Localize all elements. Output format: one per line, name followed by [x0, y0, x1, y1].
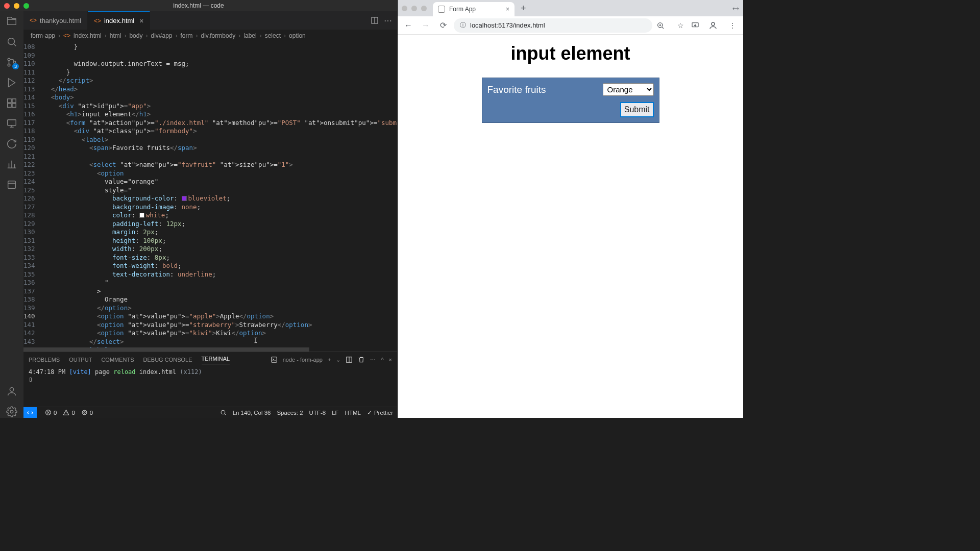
- crumb[interactable]: form-app: [31, 32, 55, 39]
- svg-point-18: [221, 410, 225, 414]
- code-area[interactable]: } window.output.innerText = msg; } </scr…: [43, 42, 397, 347]
- vscode-titlebar: index.html — code: [0, 0, 397, 11]
- profile-icon[interactable]: [708, 21, 722, 30]
- status-bar: 0 0 0 Ln 140, Col 36 Spaces: 2 UTF-8 LF: [23, 407, 397, 418]
- more-actions-icon[interactable]: ⋯: [384, 16, 392, 26]
- forward-button[interactable]: →: [419, 21, 432, 30]
- browser-tabbar: Form App × + ⤢: [398, 0, 743, 16]
- status-encoding[interactable]: UTF-8: [309, 410, 326, 416]
- status-find-icon[interactable]: [220, 409, 227, 416]
- tab-label: thankyou.html: [40, 17, 81, 24]
- url-text: localhost:5173/index.html: [470, 21, 545, 29]
- reload-button[interactable]: ⟳: [436, 20, 450, 30]
- code-editor[interactable]: 1081091101111121131141151161171181191201…: [23, 42, 397, 347]
- horizontal-scrollbar[interactable]: [23, 347, 397, 352]
- terminal-msg: reload: [113, 368, 135, 375]
- search-icon[interactable]: [6, 36, 18, 48]
- install-icon[interactable]: [691, 21, 704, 30]
- zoom-icon[interactable]: [656, 21, 670, 30]
- scrollbar-thumb[interactable]: [23, 347, 309, 352]
- refresh-icon[interactable]: [6, 138, 18, 150]
- more-icon[interactable]: ⋯: [370, 357, 376, 363]
- remote-indicator[interactable]: [23, 407, 37, 418]
- svg-point-16: [84, 412, 85, 413]
- terminal-dropdown-icon[interactable]: ⌄: [336, 357, 340, 363]
- remote-icon[interactable]: [6, 117, 18, 130]
- terminal-prompt: ▯: [29, 375, 392, 383]
- new-tab-button[interactable]: +: [518, 3, 529, 14]
- status-errors[interactable]: 0: [45, 409, 57, 416]
- back-button[interactable]: ←: [402, 21, 415, 30]
- crumb[interactable]: form: [181, 32, 193, 39]
- settings-icon[interactable]: [6, 406, 18, 418]
- crumb[interactable]: div.formbody: [201, 32, 236, 39]
- status-cursor[interactable]: Ln 140, Col 36: [233, 410, 271, 416]
- close-tab-icon[interactable]: ×: [139, 17, 143, 25]
- kill-terminal-icon[interactable]: [358, 356, 365, 363]
- close-panel-icon[interactable]: ×: [389, 357, 392, 363]
- crumb[interactable]: label: [243, 32, 256, 39]
- crumb[interactable]: index.html: [74, 32, 102, 39]
- terminal-task-icon: [271, 356, 278, 363]
- source-control-icon[interactable]: 3: [6, 56, 18, 68]
- favicon: [438, 6, 445, 13]
- line-gutter: 1081091101111121131141151161171181191201…: [23, 42, 43, 347]
- folder-icon[interactable]: [6, 179, 18, 191]
- panel-tab-output[interactable]: OUTPUT: [69, 357, 92, 363]
- site-info-icon[interactable]: ⓘ: [460, 21, 466, 30]
- terminal-time: 4:47:18 PM: [29, 368, 65, 375]
- panel-tab-terminal[interactable]: TERMINAL: [202, 356, 230, 364]
- crumb[interactable]: html: [110, 32, 121, 39]
- svg-rect-4: [8, 99, 11, 103]
- new-terminal-icon[interactable]: +: [328, 357, 331, 363]
- status-port[interactable]: 0: [81, 409, 93, 416]
- status-formatter[interactable]: ✓ Prettier: [367, 409, 393, 416]
- status-lang[interactable]: HTML: [345, 410, 361, 416]
- menu-icon[interactable]: ⋮: [726, 21, 739, 30]
- terminal-tag: [vite]: [69, 368, 91, 375]
- crumb[interactable]: option: [289, 32, 306, 39]
- tab-thankyou[interactable]: <> thankyou.html: [23, 11, 88, 30]
- crumb[interactable]: body: [129, 32, 142, 39]
- svg-rect-8: [8, 120, 16, 126]
- expand-icon[interactable]: ⤢: [730, 3, 742, 14]
- close-tab-icon[interactable]: ×: [506, 6, 509, 13]
- favfruit-select[interactable]: Orange: [603, 83, 654, 96]
- html-file-icon: <>: [30, 17, 37, 24]
- svg-point-2: [8, 64, 10, 66]
- graph-icon[interactable]: [6, 158, 18, 170]
- status-eol[interactable]: LF: [332, 410, 338, 416]
- terminal-task-label[interactable]: node - form-app: [283, 357, 323, 363]
- status-warnings[interactable]: 0: [63, 409, 75, 416]
- terminal-body[interactable]: 4:47:18 PM [vite] page reload index.html…: [23, 367, 397, 407]
- form-label: Favorite fruits: [487, 84, 546, 95]
- account-icon[interactable]: [6, 385, 18, 397]
- breadcrumbs[interactable]: form-app› <> index.html› html› body› div…: [23, 30, 397, 42]
- address-bar[interactable]: ⓘ localhost:5173/index.html: [454, 18, 652, 33]
- panel-tab-comments[interactable]: COMMENTS: [101, 357, 134, 363]
- browser-maximize[interactable]: [421, 6, 427, 11]
- html-file-icon: <>: [94, 17, 101, 24]
- browser-minimize[interactable]: [411, 6, 417, 11]
- crumb[interactable]: div#app: [151, 32, 172, 39]
- submit-button[interactable]: Submit: [620, 102, 654, 117]
- run-debug-icon[interactable]: [6, 77, 18, 89]
- status-spaces[interactable]: Spaces: 2: [277, 410, 303, 416]
- html-file-icon: <>: [63, 32, 70, 39]
- browser-close[interactable]: [402, 6, 407, 11]
- split-editor-icon[interactable]: [371, 16, 379, 24]
- panel-tab-problems[interactable]: PROBLEMS: [29, 357, 60, 363]
- maximize-panel-icon[interactable]: ^: [381, 357, 383, 363]
- panel-tab-debug[interactable]: DEBUG CONSOLE: [143, 357, 192, 363]
- explorer-icon[interactable]: [6, 15, 18, 28]
- bookmark-icon[interactable]: ☆: [674, 21, 687, 30]
- split-terminal-icon[interactable]: [346, 356, 353, 363]
- tab-index[interactable]: <> index.html ×: [88, 11, 150, 30]
- crumb[interactable]: select: [265, 32, 281, 39]
- browser-tab[interactable]: Form App ×: [433, 2, 514, 16]
- terminal-msg: page: [95, 368, 110, 375]
- bottom-panel: PROBLEMS OUTPUT COMMENTS DEBUG CONSOLE T…: [23, 352, 397, 407]
- svg-point-11: [10, 410, 13, 413]
- extensions-icon[interactable]: [6, 97, 18, 109]
- scm-badge: 3: [12, 63, 19, 69]
